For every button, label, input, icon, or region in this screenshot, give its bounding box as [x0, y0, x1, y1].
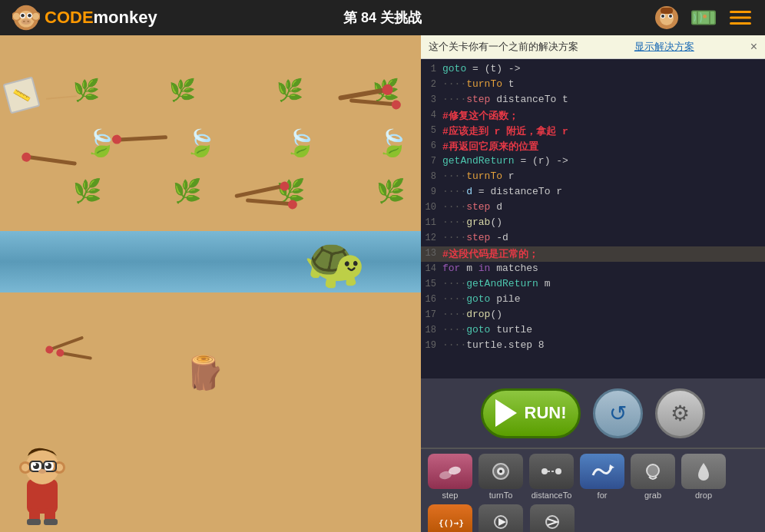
plant: 🌿 [376, 177, 405, 204]
logo-area: CODEmonkey [12, 4, 157, 31]
notice-banner: 这个关卡你有一个之前的解决方案 显示解决方案 × [421, 35, 765, 59]
svg-point-57 [647, 464, 659, 477]
block-step-icon [428, 454, 472, 489]
svg-point-55 [555, 468, 561, 474]
block-turnto-button[interactable]: turnTo [478, 454, 524, 500]
block-drop-label: drop [695, 491, 712, 500]
svg-text:{()→}: {()→} [439, 518, 463, 528]
block-distanceto-icon [529, 454, 574, 489]
menu-icon[interactable] [728, 5, 753, 30]
svg-point-39 [45, 463, 48, 466]
level-title: 第 84 关挑战 [343, 8, 422, 27]
block-getandreturn-button[interactable]: getAndRetur [528, 504, 576, 532]
play-icon [495, 399, 517, 427]
plant: 🍃 [84, 127, 117, 158]
code-line-18: 18 ····goto turtle [421, 323, 765, 339]
block-getandreturn-icon [530, 504, 575, 532]
plant: 🍃 [284, 127, 316, 158]
svg-point-12 [27, 21, 29, 22]
block-distanceto-button[interactable]: distanceTo [528, 454, 575, 500]
code-editor[interactable]: 1 goto = (t) -> 2 ····turnTo t 3 ····ste… [421, 59, 765, 378]
code-line-3: 3 ····step distanceTo t [421, 93, 765, 108]
block-turnto-icon [479, 454, 523, 489]
run-button[interactable]: RUN! [481, 388, 581, 438]
code-line-13: 13 #这段代码是正常的； [421, 246, 765, 262]
svg-rect-47 [44, 519, 58, 525]
block-grab-icon [631, 454, 675, 489]
block-function-icon: {()→} [428, 504, 472, 532]
plant: 🌿 [73, 177, 101, 204]
block-turnto-label: turnTo [489, 491, 513, 500]
logo-text: CODEmonkey [45, 8, 157, 28]
block-drop-button[interactable]: drop [681, 454, 727, 500]
code-line-1: 1 goto = (t) -> [421, 62, 765, 78]
block-grab-button[interactable]: grab [630, 454, 676, 500]
code-line-2: 2 ····turnTo t [421, 78, 765, 93]
svg-rect-46 [27, 519, 41, 525]
navbar: CODEmonkey 第 84 关挑战 [0, 0, 765, 35]
code-line-11: 11 ····grab() [421, 216, 765, 231]
map-icon[interactable] [691, 5, 716, 30]
run-bar: RUN! ↺ ⚙ [421, 378, 765, 448]
avatar-icon[interactable] [654, 5, 679, 30]
plant: 🍃 [376, 127, 409, 158]
reset-button[interactable]: ↺ [593, 388, 643, 438]
svg-rect-25 [730, 11, 751, 13]
plant: 🌿 [277, 78, 303, 103]
main-area: 📏 🌿 🌿 🌿 🌿 🍃 🍃 🍃 🍃 🌿 🌿 🌿 🌿 [0, 35, 765, 532]
svg-point-5 [32, 13, 39, 20]
plant: 🌿 [169, 78, 196, 103]
code-line-14: 14 for m in matches [421, 262, 765, 277]
code-line-7: 7 getAndReturn = (r) -> [421, 154, 765, 170]
svg-marker-60 [498, 518, 506, 526]
notice-link[interactable]: 显示解决方案 [634, 40, 694, 54]
plant: 🌿 [173, 177, 201, 204]
svg-point-10 [22, 19, 31, 25]
code-line-19: 19 ····turtle.step 8 [421, 339, 765, 354]
svg-point-53 [541, 468, 548, 474]
turtle: 🐢 [303, 233, 366, 292]
blocks-bar: step turnTo [421, 448, 765, 532]
code-line-4: 4 #修复这个函数； [421, 108, 765, 124]
settings-button[interactable]: ⚙ [655, 388, 705, 438]
block-distanceto-label: distanceTo [532, 491, 572, 500]
plant: 🌿 [73, 78, 100, 103]
svg-point-43 [38, 469, 46, 474]
notice-text: 这个关卡你有一个之前的解决方案 [429, 40, 578, 54]
svg-rect-26 [730, 17, 751, 19]
code-line-17: 17 ····drop() [421, 308, 765, 323]
block-drop-icon [681, 454, 726, 489]
svg-point-18 [669, 15, 672, 18]
nav-icons [654, 5, 753, 30]
block-function-button[interactable]: {()→} function [427, 504, 473, 532]
block-grab-label: grab [644, 491, 661, 500]
notice-close-button[interactable]: × [750, 41, 757, 53]
svg-point-11 [23, 21, 25, 22]
game-area: 📏 🌿 🌿 🌿 🌿 🍃 🍃 🍃 🍃 🌿 🌿 🌿 🌿 [0, 35, 421, 532]
svg-rect-27 [730, 22, 751, 25]
player-character [15, 441, 69, 528]
svg-point-4 [13, 13, 20, 20]
block-goto-icon [479, 504, 523, 532]
code-line-6: 6 #再返回它原来的位置 [421, 139, 765, 154]
svg-rect-19 [661, 8, 673, 14]
run-label: RUN! [525, 403, 567, 423]
match-pile: 🪵 [184, 354, 224, 392]
code-line-9: 9 ····d = distanceTo r [421, 185, 765, 200]
svg-point-8 [21, 14, 25, 18]
block-goto-button[interactable]: goto [478, 504, 524, 532]
plant: 🍃 [184, 127, 217, 158]
block-for-label: for [598, 491, 608, 500]
block-for-icon [580, 454, 624, 489]
block-step-button[interactable]: step [427, 454, 473, 500]
svg-point-17 [661, 15, 664, 18]
svg-point-32 [22, 464, 29, 471]
block-for-button[interactable]: for [579, 454, 625, 500]
code-line-12: 12 ····step -d [421, 231, 765, 246]
svg-point-52 [499, 470, 502, 473]
svg-point-24 [703, 15, 707, 18]
svg-point-9 [28, 14, 31, 18]
block-step-label: step [442, 491, 459, 500]
svg-point-38 [33, 463, 36, 466]
logo-icon [12, 4, 40, 31]
